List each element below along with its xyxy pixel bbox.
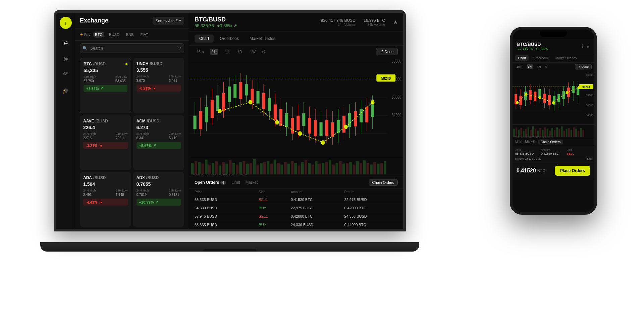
svg-rect-21 bbox=[222, 93, 225, 111]
phone-amount-input: 0.41520 BTC bbox=[517, 168, 545, 174]
svg-rect-27 bbox=[239, 82, 242, 99]
svg-rect-114 bbox=[294, 163, 297, 174]
table-row[interactable]: 55,335 BUSD SELL 0.41520 BTC 22,975 BUSD bbox=[189, 195, 403, 204]
phone-timeframe-15m[interactable]: 15m bbox=[515, 64, 524, 69]
chain-orders-button[interactable]: Chain Orders bbox=[369, 179, 398, 186]
app-logo[interactable]: ↓ bbox=[60, 17, 72, 29]
phone-notch-bar bbox=[513, 30, 594, 39]
svg-rect-45 bbox=[291, 118, 294, 133]
pair-price: 226.4 bbox=[83, 125, 128, 130]
tab-busd[interactable]: BUSD bbox=[107, 32, 121, 38]
table-row[interactable]: 54,330 BUSD BUY 22,975 BUSD 0.42000 BTC bbox=[189, 204, 403, 212]
phone-timeframe-4h[interactable]: 4H bbox=[536, 64, 542, 69]
svg-rect-25 bbox=[233, 84, 236, 98]
timeframe-15m[interactable]: 15m bbox=[195, 49, 206, 55]
filter-tabs: ★ Fav BTC BUSD BNB FIAT bbox=[75, 29, 189, 41]
svg-rect-23 bbox=[228, 87, 231, 102]
phone-tab-chain-orders[interactable]: Chain Orders bbox=[538, 140, 563, 145]
main-area: BTC/BUSD 55,335.76 +3.35% ↗ 930,417,746 … bbox=[189, 13, 403, 229]
svg-rect-111 bbox=[284, 162, 287, 174]
svg-rect-29 bbox=[245, 84, 248, 95]
pair-card-1inchbusd[interactable]: 1INCH/BUSD 3.555 24H High 3.670 24H Low bbox=[133, 58, 184, 113]
pair-price: 6.273 bbox=[137, 125, 181, 130]
limit-tab[interactable]: Limit bbox=[231, 180, 240, 185]
svg-rect-95 bbox=[229, 160, 231, 174]
pairs-grid: BTC/BUSD 55,335 24H High 57,750 24 bbox=[75, 56, 189, 229]
tab-orderbook[interactable]: Orderbook bbox=[215, 35, 244, 43]
pair-card-aavebusd[interactable]: AAVE/BUSD 226.4 24H High 227.5 24H Low bbox=[80, 115, 131, 170]
phone-chart: 60000 59240 58000 56000 54000 bbox=[513, 71, 594, 124]
svg-rect-125 bbox=[332, 165, 335, 174]
pair-card-adabusd[interactable]: ADA/BUSD 1.504 24H High 2.491 24H Low bbox=[80, 172, 131, 227]
table-row[interactable]: 57,945 BUSD SELL 0.42000 BTC 24,336 BUSD bbox=[189, 212, 403, 220]
edit-button[interactable]: Edit bbox=[587, 157, 592, 160]
svg-rect-140 bbox=[384, 161, 386, 174]
svg-rect-85 bbox=[195, 161, 197, 174]
phone-tab-market[interactable]: Market bbox=[525, 140, 535, 145]
svg-rect-63 bbox=[342, 116, 345, 133]
tab-btc[interactable]: BTC bbox=[93, 32, 104, 38]
done-button[interactable]: ✓ Done bbox=[376, 48, 398, 55]
timeframe-1h[interactable]: 1H bbox=[210, 49, 218, 55]
svg-rect-113 bbox=[291, 161, 293, 174]
tab-bnb[interactable]: BNB bbox=[124, 32, 136, 38]
svg-point-76 bbox=[275, 120, 279, 124]
sidebar-icon-exchange[interactable]: ⇄ bbox=[60, 37, 71, 48]
tab-market-trades[interactable]: Market Trades bbox=[245, 35, 280, 43]
tab-fav[interactable]: ★ Fav bbox=[80, 33, 90, 37]
svg-rect-133 bbox=[360, 163, 362, 174]
laptop-body: ↓ ⇄ ◉ 🎓 bbox=[54, 10, 406, 231]
phone-refresh-icon[interactable]: ↺ bbox=[545, 65, 548, 69]
refresh-icon[interactable]: ↺ bbox=[262, 49, 266, 54]
chart-canvas: 60000 59000 58000 57000 bbox=[189, 57, 403, 156]
tab-fiat[interactable]: FIAT bbox=[139, 32, 150, 38]
filter-icon[interactable]: ⧩ bbox=[178, 46, 181, 51]
pair-card-acmbusd[interactable]: ACM/BUSD 6.273 24H High 6.341 24H Low bbox=[133, 115, 184, 170]
market-tab[interactable]: Market bbox=[246, 180, 258, 185]
svg-rect-124 bbox=[329, 160, 331, 174]
sort-dropdown[interactable]: Sort by A to Z ▾ bbox=[153, 17, 184, 24]
svg-rect-99 bbox=[243, 161, 246, 174]
svg-rect-213 bbox=[575, 129, 577, 137]
place-orders-button[interactable]: Place Orders bbox=[555, 166, 590, 176]
phone-timeframe-1h[interactable]: 1H bbox=[527, 64, 533, 69]
table-row[interactable]: 55,335 BUSD BUY 24,336 BUSD 0.44000 BTC bbox=[189, 220, 403, 229]
pair-card-adxbusd[interactable]: ADX/BUSD 0.7055 24H High 0.7819 24H Low bbox=[133, 172, 184, 227]
svg-rect-105 bbox=[263, 162, 266, 174]
phone-tab-limit[interactable]: Limit bbox=[515, 140, 522, 145]
svg-rect-135 bbox=[367, 163, 369, 174]
svg-rect-116 bbox=[301, 162, 304, 174]
sidebar-icon-signal[interactable] bbox=[60, 69, 71, 80]
svg-rect-207 bbox=[561, 126, 562, 137]
favorite-icon[interactable]: ★ bbox=[393, 19, 398, 25]
exchange-header: Exchange Sort by A to Z ▾ bbox=[75, 13, 189, 29]
sidebar-icon-wallet[interactable]: ◉ bbox=[60, 53, 71, 64]
open-orders-tab[interactable]: Open Orders 4 bbox=[195, 180, 226, 185]
phone-tab-chart[interactable]: Chart bbox=[515, 55, 529, 61]
svg-rect-165 bbox=[548, 95, 551, 105]
phone-tab-orderbook[interactable]: Orderbook bbox=[530, 55, 551, 61]
pair-card-btcbusd[interactable]: BTC/BUSD 55,335 24H High 57,750 24 bbox=[80, 58, 131, 113]
svg-point-0 bbox=[65, 74, 66, 75]
sidebar-icon-learn[interactable]: 🎓 bbox=[60, 85, 71, 96]
svg-point-80 bbox=[371, 100, 374, 104]
laptop-screen: ↓ ⇄ ◉ 🎓 bbox=[56, 13, 403, 229]
phone-favorite-icon[interactable]: ★ bbox=[586, 44, 590, 49]
timeframe-1d[interactable]: 1D bbox=[235, 49, 244, 55]
laptop-sidebar: ↓ ⇄ ◉ 🎓 bbox=[56, 13, 75, 229]
search-input[interactable] bbox=[80, 43, 184, 53]
exchange-title: Exchange bbox=[80, 17, 108, 24]
svg-rect-101 bbox=[250, 163, 252, 174]
tab-chart[interactable]: Chart bbox=[195, 35, 214, 43]
phone-tab-market-trades[interactable]: Market Trades bbox=[553, 55, 580, 61]
phone-done-button[interactable]: ✓ Done bbox=[575, 64, 592, 69]
svg-rect-204 bbox=[554, 130, 555, 137]
phone-pair-price: 55,335.76 +3.35% bbox=[517, 47, 548, 51]
svg-point-75 bbox=[249, 100, 252, 104]
timeframe-4h[interactable]: 4H bbox=[222, 49, 231, 55]
timeframe-1w[interactable]: 1W bbox=[248, 49, 258, 55]
svg-rect-103 bbox=[257, 165, 259, 174]
svg-text:54000: 54000 bbox=[586, 114, 594, 117]
pair-price: 3.555 bbox=[137, 67, 181, 73]
phone-info-icon[interactable]: ℹ bbox=[582, 44, 583, 49]
